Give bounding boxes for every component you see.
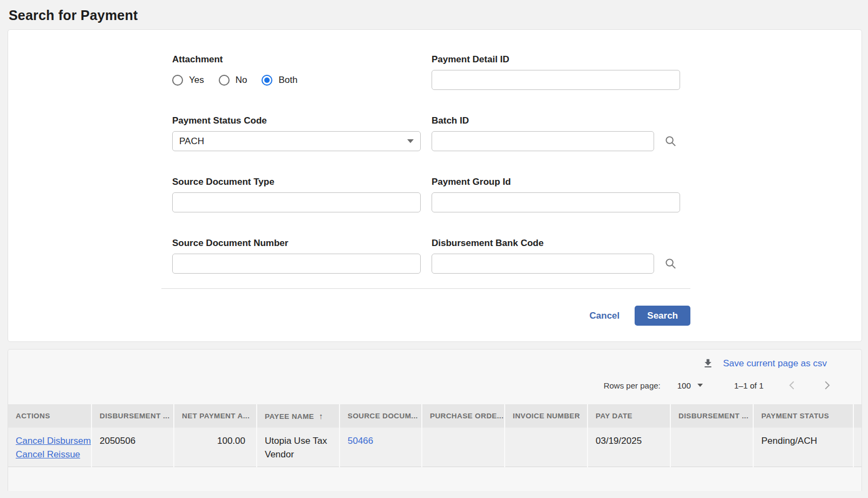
radio-unselected-icon[interactable] <box>172 75 183 86</box>
column-header-disbursement-2[interactable]: DISBURSEMENT ... <box>670 404 753 428</box>
source-document-type-field: Source Document Type <box>172 177 421 212</box>
sort-ascending-icon: ↑ <box>319 411 323 421</box>
attachment-label: Attachment <box>172 54 421 65</box>
radio-label-yes: Yes <box>189 75 204 86</box>
payment-detail-id-field: Payment Detail ID <box>432 54 713 90</box>
previous-page-button[interactable] <box>786 379 798 391</box>
save-csv-link[interactable]: Save current page as csv <box>723 358 827 369</box>
page-title: Search for Payment <box>0 0 868 29</box>
payment-detail-id-input[interactable] <box>432 70 680 90</box>
payment-status-code-field: Payment Status Code PACH <box>172 115 421 151</box>
source-document-type-input[interactable] <box>172 192 421 212</box>
pay-date-cell: 03/19/2025 <box>588 428 670 467</box>
column-header-pay-date[interactable]: PAY DATE <box>588 404 670 428</box>
rows-per-page-value: 100 <box>677 381 691 390</box>
column-header-payee-name[interactable]: PAYEE NAME↑ <box>257 404 340 428</box>
source-document-number-field: Source Document Number <box>172 238 421 274</box>
attachment-radio-no[interactable]: No <box>219 75 247 86</box>
batch-id-field: Batch ID <box>432 115 713 151</box>
net-payment-amount-cell: 100.00 <box>174 428 257 467</box>
invoice-number-cell <box>505 428 588 467</box>
disbursement-2-cell <box>670 428 753 467</box>
batch-id-label: Batch ID <box>432 115 713 126</box>
rows-per-page-select[interactable]: 100 <box>677 381 703 390</box>
chevron-down-icon <box>407 139 414 143</box>
payment-detail-id-label: Payment Detail ID <box>432 54 713 65</box>
payment-group-id-field: Payment Group Id <box>432 177 713 212</box>
column-header-cutoff <box>853 404 862 428</box>
disbursement-bank-code-field: Disbursement Bank Code <box>432 238 713 274</box>
download-icon[interactable] <box>702 358 714 369</box>
search-button[interactable]: Search <box>635 306 690 326</box>
radio-label-no: No <box>236 75 247 86</box>
results-card: Save current page as csv Rows per page: … <box>8 349 862 491</box>
search-icon[interactable] <box>664 135 677 147</box>
search-form-card: Attachment Yes No Both Payment Detail ID <box>8 29 862 342</box>
search-icon[interactable] <box>664 257 677 270</box>
source-document-cell: 50466 <box>340 428 422 467</box>
column-header-net-payment[interactable]: NET PAYMENT A... <box>174 404 257 428</box>
attachment-field: Attachment Yes No Both <box>172 54 421 90</box>
payment-group-id-input[interactable] <box>432 192 680 212</box>
disbursement-id-cell: 2050506 <box>92 428 174 467</box>
cutoff-cell <box>853 428 862 467</box>
payment-status-code-select[interactable]: PACH <box>172 131 421 151</box>
column-header-invoice-number[interactable]: INVOICE NUMBER <box>505 404 588 428</box>
table-header-row: ACTIONS DISBURSEMENT ... NET PAYMENT A..… <box>8 404 862 428</box>
purchase-order-cell <box>422 428 505 467</box>
actions-cell: Cancel Disbursement Cancel Reissue <box>8 428 92 467</box>
form-divider <box>161 288 690 289</box>
payment-status-code-label: Payment Status Code <box>172 115 421 126</box>
payment-status-code-value: PACH <box>179 136 204 147</box>
payment-group-id-label: Payment Group Id <box>432 177 713 187</box>
source-document-type-label: Source Document Type <box>172 177 421 187</box>
column-header-payment-status[interactable]: PAYMENT STATUS <box>753 404 853 428</box>
column-header-disbursement[interactable]: DISBURSEMENT ... <box>92 404 174 428</box>
column-header-source-document[interactable]: SOURCE DOCUM... <box>340 404 422 428</box>
chevron-down-icon <box>697 384 703 387</box>
results-table: ACTIONS DISBURSEMENT ... NET PAYMENT A..… <box>8 404 862 467</box>
source-document-number-label: Source Document Number <box>172 238 421 249</box>
cancel-disbursement-link[interactable]: Cancel Disbursement <box>16 434 87 448</box>
disbursement-bank-code-input[interactable] <box>432 254 654 274</box>
radio-selected-icon[interactable] <box>262 75 272 86</box>
source-document-number-input[interactable] <box>172 254 421 274</box>
table-row: Cancel Disbursement Cancel Reissue 20505… <box>8 428 862 467</box>
payment-status-cell: Pending/ACH <box>753 428 853 467</box>
column-header-purchase-order[interactable]: PURCHASE ORDE... <box>422 404 505 428</box>
cancel-reissue-link[interactable]: Cancel Reissue <box>16 448 87 461</box>
cancel-button[interactable]: Cancel <box>590 311 620 321</box>
batch-id-input[interactable] <box>432 131 654 151</box>
source-document-link[interactable]: 50466 <box>348 436 373 446</box>
pagination-range: 1–1 of 1 <box>734 381 763 390</box>
attachment-radio-yes[interactable]: Yes <box>172 75 204 86</box>
radio-unselected-icon[interactable] <box>219 75 230 86</box>
rows-per-page-label: Rows per page: <box>604 381 661 390</box>
next-page-button[interactable] <box>821 379 833 391</box>
payee-name-cell: Utopia Use Tax Vendor <box>257 428 340 467</box>
radio-label-both: Both <box>278 75 297 86</box>
column-header-actions[interactable]: ACTIONS <box>8 404 92 428</box>
disbursement-bank-code-label: Disbursement Bank Code <box>432 238 713 249</box>
attachment-radio-both[interactable]: Both <box>262 75 297 86</box>
